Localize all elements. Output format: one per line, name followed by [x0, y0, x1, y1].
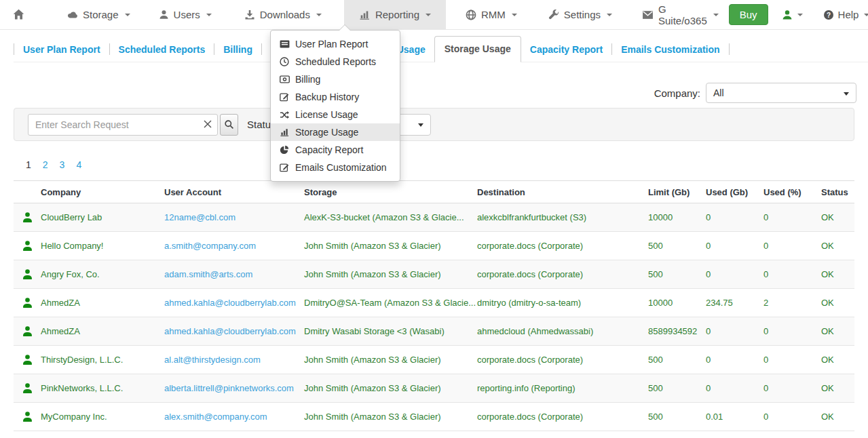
chevron-down-icon [125, 14, 130, 16]
menu-item-capacity-report[interactable]: Capacity Report [271, 141, 400, 159]
person-icon [18, 354, 41, 365]
cell-company: PinkNetworks, L.L.C. [41, 383, 164, 393]
col-status: Status [821, 187, 854, 197]
nav-downloads[interactable]: Downloads [234, 0, 332, 29]
user-icon [159, 9, 169, 20]
shuffle-icon [279, 111, 290, 119]
status-badge: OK [821, 269, 854, 279]
menu-item-backup-history[interactable]: Backup History [271, 88, 400, 106]
company-label: Company: [654, 87, 700, 99]
search-button[interactable] [220, 114, 238, 136]
menu-item-license-usage[interactable]: License Usage [271, 106, 400, 123]
download-icon [244, 9, 255, 20]
menu-item-storage-usage[interactable]: Storage Usage [271, 123, 400, 141]
tab-storage-usage[interactable]: Storage Usage [434, 36, 521, 62]
cell-destination: corporate.docs (Corporate) [477, 269, 648, 279]
nav-rmm[interactable]: RMM [455, 0, 527, 29]
tab-capacity-report[interactable]: Capacity Report [521, 37, 611, 62]
cell-user-account-link[interactable]: a.smith@company.com [164, 241, 304, 251]
page-link-3[interactable]: 3 [60, 159, 65, 170]
chevron-down-icon [797, 14, 803, 16]
cell-storage: John Smith (Amazon S3 & Glacier) [304, 412, 477, 422]
cell-limit: 500 [648, 241, 706, 251]
person-icon [18, 382, 41, 394]
cell-used-pct: 0 [763, 412, 821, 422]
nav-settings[interactable]: Settings [538, 0, 622, 29]
person-icon [18, 297, 41, 308]
cell-destination: corporate.docs (Corporate) [477, 412, 648, 422]
menu-item-emails-customization[interactable]: Emails Customization [271, 159, 400, 176]
help-menu[interactable]: ? Help [816, 9, 868, 20]
table-header: Company User Account Storage Destination… [14, 180, 854, 203]
clock-icon [279, 57, 290, 66]
nav-users[interactable]: Users [149, 0, 222, 29]
chevron-down-icon [426, 14, 431, 16]
status-badge: OK [821, 355, 854, 365]
bar-chart-icon [279, 127, 290, 137]
tab-billing[interactable]: Billing [214, 37, 261, 62]
cell-storage: AlexK-S3-bucket (Amazon S3 & Glacie... [304, 212, 477, 222]
cell-destination: dmitryo (dmitry-o-sa-team) [477, 298, 648, 308]
search-input[interactable] [28, 114, 218, 136]
search-panel: Status: [14, 108, 854, 141]
cell-limit: 500 [648, 355, 706, 365]
nav-storage[interactable]: Storage [56, 0, 140, 29]
menu-item-user-plan-report[interactable]: User Plan Report [271, 35, 400, 53]
table-row: MyCompany Inc. alex.smith@company.com Jo… [14, 403, 854, 431]
tab-user-plan-report[interactable]: User Plan Report [14, 37, 109, 62]
cell-user-account-link[interactable]: ahmed.kahla@cloudberrylab.com [164, 326, 304, 336]
cell-user-account-link[interactable]: al.alt@thirstydesign.com [164, 355, 304, 365]
report-tabs: User Plan Report Scheduled Reports Billi… [14, 37, 868, 62]
status-badge: OK [821, 383, 854, 393]
wrench-icon [548, 9, 559, 20]
cell-used-pct: 0 [763, 383, 821, 393]
table-row: Angry Fox, Co. adam.smith@arts.com John … [14, 260, 854, 289]
svg-text:?: ? [827, 11, 831, 18]
cell-limit: 500 [648, 412, 706, 422]
cell-limit: 500 [648, 383, 706, 393]
cell-storage: John Smith (Amazon S3 & Glacier) [304, 241, 477, 251]
cell-user-account-link[interactable]: alex.smith@company.com [164, 412, 304, 422]
cell-user-account-link[interactable]: 12name@cbl.com [164, 212, 304, 222]
chevron-down-icon [316, 14, 322, 16]
cell-company: CloudBerry Lab [41, 212, 164, 222]
account-menu[interactable] [775, 9, 810, 20]
chevron-down-icon [864, 14, 868, 16]
col-limit: Limit (Gb) [648, 187, 706, 197]
nav-reporting[interactable]: Reporting [344, 0, 446, 29]
status-badge: OK [821, 412, 854, 422]
cell-company: Hello Company! [41, 241, 164, 251]
buy-button[interactable]: Buy [729, 4, 768, 25]
page-link-4[interactable]: 4 [76, 159, 81, 170]
page-link-2[interactable]: 2 [43, 159, 48, 170]
cell-used-gb: 234.75 [706, 298, 763, 308]
reporting-dropdown-menu: User Plan Report Scheduled Reports Billi… [270, 30, 400, 182]
home-icon [13, 9, 24, 20]
cell-user-account-link[interactable]: ahmed.kahla@cloudberrylab.com [164, 298, 304, 308]
cell-destination: corporate.docs (Corporate) [477, 241, 648, 251]
menu-item-scheduled-reports[interactable]: Scheduled Reports [271, 53, 400, 71]
cell-limit: 500 [648, 269, 706, 279]
chevron-down-icon [512, 14, 517, 16]
nav-gsuite[interactable]: G Suite/o365 [632, 0, 729, 29]
clear-search-icon[interactable] [203, 119, 212, 129]
col-company: Company [41, 187, 164, 197]
company-select-value: All [713, 87, 724, 98]
tab-emails-customization[interactable]: Emails Customization [612, 37, 728, 62]
cell-used-pct: 2 [763, 298, 821, 308]
cell-used-gb: 0 [706, 326, 763, 336]
tab-scheduled-reports[interactable]: Scheduled Reports [110, 37, 214, 62]
tab-separator [729, 43, 730, 55]
cell-storage: Dmitry Wasabi Storage <3 (Wasabi) [304, 326, 477, 336]
home-button[interactable] [0, 0, 37, 29]
search-icon [224, 119, 234, 130]
company-select[interactable]: All [706, 83, 856, 103]
cell-user-account-link[interactable]: adam.smith@arts.com [164, 269, 304, 279]
table-row: ThirstyDesign, L.L.C. al.alt@thirstydesi… [14, 346, 854, 374]
pencil-square-icon [279, 163, 290, 172]
table-body: CloudBerry Lab 12name@cbl.com AlexK-S3-b… [14, 203, 854, 431]
menu-item-billing[interactable]: Billing [271, 71, 400, 88]
cell-user-account-link[interactable]: alberta.littrell@pinknetworks.com [164, 383, 304, 393]
report-card-icon [279, 40, 290, 48]
status-badge: OK [821, 326, 854, 336]
